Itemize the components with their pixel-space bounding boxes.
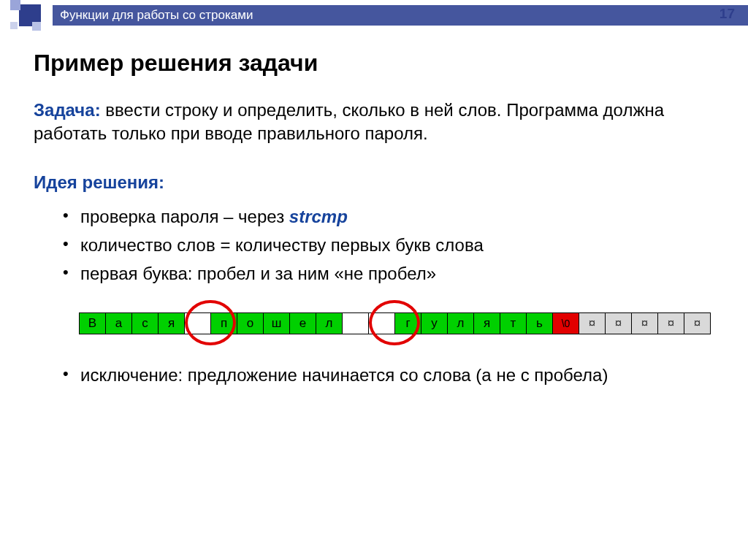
page-title: Пример решения задачи — [34, 50, 714, 77]
string-cell-9: л — [316, 312, 343, 334]
string-cell-11 — [369, 312, 395, 334]
string-cell-22: ¤ — [658, 312, 684, 334]
idea-item-0: проверка пароля – через strcmp — [80, 203, 714, 230]
string-cell-8: е — [290, 312, 316, 334]
string-cell-2: с — [132, 312, 159, 334]
string-cell-23: ¤ — [684, 312, 711, 334]
string-cell-17: ь — [527, 312, 553, 334]
string-cell-3: я — [159, 312, 185, 334]
idea-item-0-prefix: проверка пароля – через — [80, 207, 289, 226]
string-cell-7: ш — [264, 312, 290, 334]
string-cell-6: о — [237, 312, 264, 334]
string-cell-15: я — [474, 312, 500, 334]
idea-item-3: исключение: предложение начинается со сл… — [80, 361, 714, 388]
header-decoration — [0, 0, 53, 31]
slide-content: Пример решения задачи Задача: ввести стр… — [0, 31, 748, 389]
string-cell-4 — [185, 312, 211, 334]
task-paragraph: Задача: ввести строку и определить, скол… — [34, 99, 714, 146]
string-cell-1: а — [106, 312, 132, 334]
code-strcmp: strcmp — [289, 207, 348, 226]
string-cell-10 — [343, 312, 369, 334]
breadcrumb: Функции для работы со строками — [53, 5, 748, 26]
string-cell-13: у — [421, 312, 448, 334]
string-cell-18: \0 — [553, 312, 579, 334]
task-label: Задача: — [34, 100, 101, 120]
breadcrumb-text: Функции для работы со строками — [60, 8, 253, 23]
idea-label: Идея решения: — [34, 172, 714, 193]
string-cells: Васяпошелгулять\0¤¤¤¤¤ — [79, 312, 711, 334]
idea-list-continued: исключение: предложение начинается со сл… — [34, 361, 714, 388]
idea-item-2: первая буква: пробел и за ним «не пробел… — [80, 260, 714, 287]
task-text: ввести строку и определить, сколько в не… — [34, 100, 664, 143]
idea-list: проверка пароля – через strcmp количеств… — [34, 203, 714, 288]
string-cell-21: ¤ — [632, 312, 658, 334]
page-number: 17 — [720, 6, 735, 22]
string-cell-20: ¤ — [606, 312, 632, 334]
slide-header: Функции для работы со строками 17 — [0, 0, 748, 31]
string-cell-19: ¤ — [579, 312, 606, 334]
string-cell-16: т — [500, 312, 527, 334]
idea-item-1: количество слов = количеству первых букв… — [80, 231, 714, 258]
string-cell-12: г — [395, 312, 421, 334]
string-cell-5: п — [211, 312, 237, 334]
string-cell-0: В — [80, 312, 106, 334]
string-cell-14: л — [448, 312, 474, 334]
string-array-row: Васяпошелгулять\0¤¤¤¤¤ — [79, 302, 714, 345]
